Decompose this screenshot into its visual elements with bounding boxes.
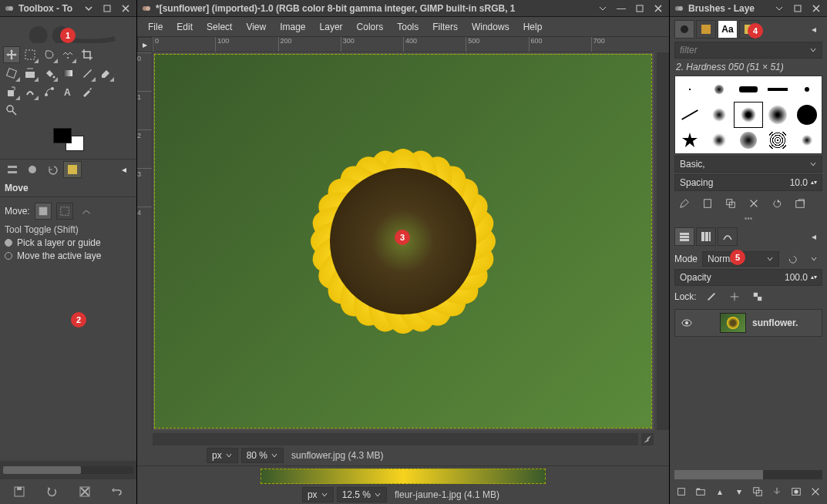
- images-tab[interactable]: [63, 161, 82, 178]
- horizontal-ruler[interactable]: 0100200300400500600700: [153, 37, 654, 52]
- maximize-button[interactable]: [99, 2, 115, 15]
- edit-brush-button[interactable]: [676, 196, 693, 211]
- delete-brush-button[interactable]: [745, 196, 762, 211]
- menu-windows[interactable]: Windows: [466, 19, 516, 35]
- move-active-radio[interactable]: Move the active laye: [5, 250, 132, 261]
- move-layer-mode[interactable]: [35, 203, 52, 220]
- menu-filters[interactable]: Filters: [426, 19, 464, 35]
- zoom-selector-2[interactable]: 12.5 %: [337, 487, 387, 502]
- delete-options-button[interactable]: [76, 482, 94, 501]
- zoom-selector[interactable]: 80 %: [241, 448, 284, 463]
- scale-tool[interactable]: [22, 65, 39, 82]
- tab-menu-icon[interactable]: ◂: [115, 161, 133, 178]
- mask-button[interactable]: [789, 484, 804, 499]
- move-selection-mode[interactable]: [56, 203, 73, 220]
- lock-alpha-button[interactable]: [749, 289, 766, 304]
- tab-menu-icon[interactable]: ◂: [805, 229, 822, 244]
- move-tool[interactable]: [3, 46, 20, 63]
- menu-select[interactable]: Select: [200, 19, 238, 35]
- spacing-value[interactable]: 10.0: [790, 177, 808, 188]
- toolbox-hscroll[interactable]: [3, 466, 133, 474]
- minimize-button[interactable]: [595, 2, 610, 15]
- delete-layer-button[interactable]: [808, 484, 822, 499]
- fg-color-swatch[interactable]: [53, 128, 72, 143]
- reset-options-button[interactable]: [108, 482, 126, 501]
- visibility-icon[interactable]: [678, 315, 695, 331]
- text-tool[interactable]: A: [59, 83, 76, 100]
- close-button[interactable]: [651, 2, 666, 15]
- new-brush-button[interactable]: [699, 196, 716, 211]
- path-tool[interactable]: [41, 83, 58, 100]
- layers-hscroll[interactable]: [674, 470, 822, 479]
- clone-tool[interactable]: [3, 83, 20, 100]
- rect-select-tool[interactable]: [22, 46, 39, 63]
- mode-more-button[interactable]: [805, 251, 822, 267]
- brush-filter[interactable]: filter: [674, 42, 822, 59]
- maximize-button[interactable]: [790, 2, 805, 15]
- maximize-button[interactable]: [632, 2, 647, 15]
- move-path-mode[interactable]: [78, 203, 95, 220]
- lower-layer-button[interactable]: ▾: [731, 484, 746, 499]
- refresh-brushes-button[interactable]: [768, 196, 785, 211]
- merge-down-button[interactable]: [770, 484, 785, 499]
- pick-layer-radio[interactable]: Pick a layer or guide: [5, 237, 132, 248]
- menu-image[interactable]: Image: [274, 19, 311, 35]
- free-select-tool[interactable]: [41, 46, 58, 63]
- channels-tab[interactable]: [696, 227, 716, 246]
- raise-layer-button[interactable]: ▴: [713, 484, 728, 499]
- menu-file[interactable]: File: [142, 19, 169, 35]
- save-options-button[interactable]: [10, 482, 29, 501]
- open-as-image-button[interactable]: [792, 196, 809, 211]
- unit-selector[interactable]: px: [207, 448, 238, 463]
- minimize-button[interactable]: [772, 2, 787, 15]
- patterns-tab[interactable]: [696, 20, 716, 39]
- opacity-stepper[interactable]: ▴▾: [811, 275, 817, 280]
- gradient-tool[interactable]: [59, 65, 76, 82]
- close-button[interactable]: [118, 2, 133, 15]
- ruler-corner[interactable]: ▸: [137, 37, 153, 52]
- crop-tool[interactable]: [79, 46, 96, 63]
- undo-history-tab[interactable]: [43, 161, 62, 178]
- device-status-tab[interactable]: [23, 161, 42, 178]
- vertical-ruler[interactable]: 01234: [137, 52, 153, 430]
- brush-grid[interactable]: [674, 76, 822, 154]
- unit-selector-2[interactable]: px: [302, 487, 334, 502]
- layer-thumbnail[interactable]: [720, 313, 746, 333]
- paintbrush-tool[interactable]: [79, 65, 96, 82]
- layer-row[interactable]: sunflower.: [674, 309, 822, 337]
- canvas-vscroll[interactable]: [657, 52, 669, 430]
- mode-reset-button[interactable]: [784, 251, 801, 267]
- color-swatches[interactable]: [0, 122, 136, 159]
- menu-help[interactable]: Help: [517, 19, 549, 35]
- canvas-hscroll[interactable]: [153, 433, 638, 445]
- brushes-tab[interactable]: [674, 20, 694, 39]
- color-picker-tool[interactable]: [79, 83, 96, 100]
- rotate-tool[interactable]: [3, 65, 20, 82]
- restore-options-button[interactable]: [42, 482, 61, 501]
- menu-edit[interactable]: Edit: [170, 19, 199, 35]
- spacing-stepper[interactable]: ▴▾: [811, 180, 817, 185]
- navigation-icon[interactable]: [641, 433, 654, 445]
- tool-options-tab[interactable]: [3, 161, 22, 178]
- duplicate-brush-button[interactable]: [722, 196, 739, 211]
- layer-name[interactable]: sunflower.: [752, 318, 798, 328]
- fuzzy-select-tool[interactable]: [59, 46, 76, 63]
- tab-menu-icon[interactable]: ◂: [805, 22, 822, 37]
- bucket-fill-tool[interactable]: [41, 65, 58, 82]
- brush-preset-selector[interactable]: Basic,: [674, 156, 822, 173]
- menu-colors[interactable]: Colors: [351, 19, 390, 35]
- zoom-tool[interactable]: [3, 102, 20, 119]
- eraser-tool[interactable]: [97, 65, 114, 82]
- shade-button[interactable]: —: [614, 2, 629, 15]
- lock-position-button[interactable]: [726, 289, 743, 304]
- second-canvas[interactable]: [261, 469, 546, 484]
- smudge-tool[interactable]: [22, 83, 39, 100]
- close-button[interactable]: [809, 2, 824, 15]
- layers-tab[interactable]: [674, 227, 694, 246]
- fonts-tab[interactable]: Aa: [718, 20, 738, 39]
- opacity-value[interactable]: 100.0: [785, 272, 808, 283]
- menu-tools[interactable]: Tools: [391, 19, 425, 35]
- lock-pixels-button[interactable]: [703, 289, 720, 304]
- minimize-button[interactable]: [81, 2, 96, 15]
- duplicate-layer-button[interactable]: [751, 484, 765, 499]
